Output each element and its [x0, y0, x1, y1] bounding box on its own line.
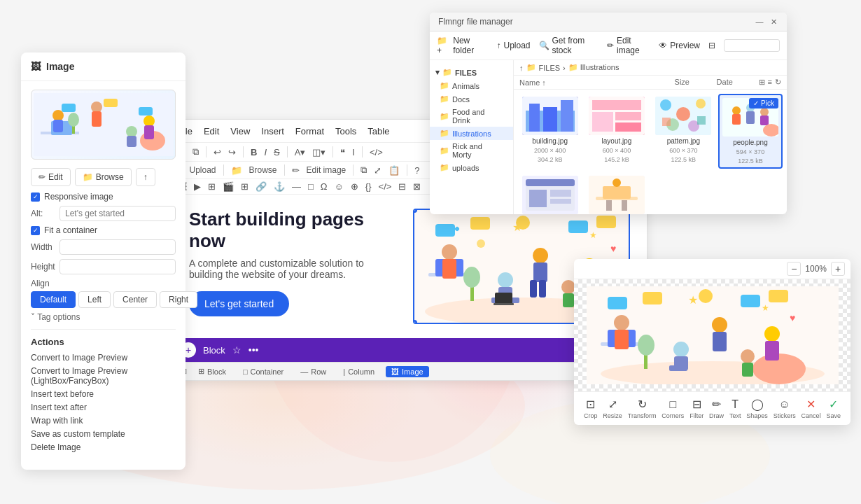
insert-special-icon[interactable]: Ω: [321, 181, 328, 192]
corners-tool[interactable]: □ Corners: [662, 398, 684, 419]
size-column-header[interactable]: Size: [675, 78, 717, 87]
filter-icon[interactable]: ⊟: [708, 41, 715, 50]
redo-icon[interactable]: ↪: [228, 147, 236, 158]
insert-code2-icon[interactable]: </>: [379, 181, 392, 192]
search-input[interactable]: [724, 39, 780, 52]
insert-columns-icon[interactable]: ⊟: [398, 181, 406, 192]
height-input[interactable]: [59, 259, 176, 274]
breadcrumb-image[interactable]: 🖼 Image: [386, 366, 429, 377]
bold-icon[interactable]: B: [251, 147, 257, 158]
favorite-icon[interactable]: ☆: [232, 344, 241, 356]
file-workspace[interactable]: workspace.jpg 2000 × 4000 352.2 kB: [585, 173, 650, 214]
save-tool[interactable]: ✓ Save: [827, 398, 841, 419]
file-web[interactable]: web.png 780 × 640 32.8 kB: [518, 173, 582, 214]
folder-docs[interactable]: 📁 Docs: [430, 92, 513, 106]
alt-input[interactable]: [59, 206, 176, 221]
code-icon[interactable]: I: [352, 147, 355, 158]
up-icon[interactable]: ↑: [519, 64, 524, 72]
menu-tools[interactable]: Tools: [335, 126, 356, 136]
copy2-icon[interactable]: ⧉: [360, 164, 367, 176]
quote-icon[interactable]: ❝: [340, 147, 345, 158]
italic-icon[interactable]: I: [264, 147, 267, 158]
breadcrumb-container[interactable]: □ Container: [237, 366, 289, 377]
undo-icon[interactable]: ↩: [214, 147, 221, 158]
action-convert-lightbox[interactable]: Convert to Image Preview (LightBox/Fancy…: [31, 366, 176, 386]
insert-emoticon-icon[interactable]: ☺: [335, 181, 344, 192]
file-people[interactable]: ✓ Pick people.png 594 × 370 122.5 kB: [718, 94, 783, 169]
close-button[interactable]: ✕: [769, 17, 778, 27]
font-color-icon[interactable]: A▾: [295, 147, 306, 158]
breadcrumb-column[interactable]: | Column: [337, 366, 380, 377]
grid-view-icon[interactable]: ⊞: [759, 78, 765, 87]
edit-image-icon[interactable]: ✏: [292, 165, 300, 176]
browse-button[interactable]: 📁 Browse: [75, 168, 132, 186]
stock-button[interactable]: 🔍 Get from stock: [539, 36, 599, 55]
file-layout[interactable]: layout.jpg 600 × 400 145.2 kB: [584, 94, 648, 169]
action-delete-image[interactable]: Delete Image: [31, 442, 176, 452]
edit-image-button[interactable]: ✏ Edit image: [607, 36, 650, 55]
align-center-button[interactable]: Center: [113, 291, 157, 308]
pick-button[interactable]: ✓ Pick: [749, 98, 778, 108]
upload-button[interactable]: ↑ Upload: [496, 41, 530, 50]
highlight-icon[interactable]: ◫▾: [312, 147, 326, 158]
cancel-tool[interactable]: ✕ Cancel: [802, 398, 821, 419]
preview-button[interactable]: 👁 Preview: [659, 41, 700, 50]
menu-table[interactable]: Table: [368, 126, 389, 136]
breadcrumb-row[interactable]: — Row: [295, 366, 332, 377]
draw-tool[interactable]: ✏ Draw: [709, 398, 724, 419]
text-tool[interactable]: T Text: [729, 398, 741, 419]
insert-char-icon[interactable]: ⊕: [351, 181, 358, 192]
upload-label[interactable]: Upload: [190, 165, 216, 175]
copy-icon[interactable]: ⧉: [192, 146, 199, 158]
align-default-button[interactable]: Default: [31, 291, 76, 308]
action-wrap-link[interactable]: Wrap with link: [31, 416, 176, 426]
insert-media-icon[interactable]: ▶: [194, 181, 201, 192]
filter-tool[interactable]: ⊟ Filter: [690, 398, 704, 419]
menu-edit[interactable]: Edit: [204, 126, 219, 136]
refresh-icon[interactable]: ↻: [775, 78, 781, 87]
breadcrumb-block[interactable]: ⊞ Block: [192, 365, 232, 377]
action-convert-preview[interactable]: Convert to Image Preview: [31, 353, 176, 363]
file-building[interactable]: building.jpg 2000 × 400 304.2 kB: [518, 94, 582, 169]
insert-link-icon[interactable]: 🔗: [255, 181, 267, 192]
insert-anchor-icon[interactable]: ⚓: [274, 181, 285, 192]
insert-grid-icon[interactable]: ⊞: [241, 181, 248, 192]
strikethrough-icon[interactable]: S: [274, 147, 280, 158]
edit-button[interactable]: ✏ Edit: [31, 168, 71, 186]
shapes-tool[interactable]: ◯ Shapes: [746, 398, 768, 419]
date-column-header[interactable]: Date: [717, 78, 759, 87]
transform-icon[interactable]: ⤢: [374, 165, 382, 176]
menu-view[interactable]: View: [230, 126, 250, 136]
transform-tool[interactable]: ↻ Transform: [628, 398, 657, 419]
responsive-checkbox[interactable]: ✓: [31, 192, 40, 202]
stickers-tool[interactable]: ☺ Stickers: [774, 398, 796, 419]
insert-hr-icon[interactable]: —: [292, 181, 301, 192]
folder-food[interactable]: 📁 Food and Drink: [430, 106, 513, 127]
action-insert-after[interactable]: Insert text after: [31, 402, 176, 412]
more-options-icon[interactable]: •••: [248, 344, 259, 356]
insert-layout-icon[interactable]: ⊠: [413, 181, 421, 192]
width-input[interactable]: [59, 239, 176, 255]
minimize-button[interactable]: —: [755, 17, 764, 27]
folder-animals[interactable]: 📁 Animals: [430, 79, 513, 92]
browse-icon-sub[interactable]: 📁: [231, 165, 242, 176]
name-column-header[interactable]: Name ↑: [519, 78, 675, 87]
resize-handle-bl[interactable]: [413, 320, 417, 324]
insert-source-icon[interactable]: {}: [365, 181, 372, 192]
edit-image-label[interactable]: Edit image: [307, 165, 346, 175]
insert-table-icon[interactable]: ⊞: [208, 181, 216, 192]
menu-format[interactable]: Format: [295, 126, 324, 136]
folder-rick[interactable]: 📁 Rick and Morty: [430, 140, 513, 161]
help-icon[interactable]: ?: [414, 165, 419, 176]
insert-video-icon[interactable]: 🎬: [223, 181, 234, 192]
insert-box-icon[interactable]: □: [308, 181, 314, 192]
browse-label[interactable]: Browse: [249, 165, 277, 175]
upload-button[interactable]: ↑: [136, 168, 155, 186]
paste-icon[interactable]: 📋: [388, 165, 400, 176]
root-folder[interactable]: ▾ 📁 FILES: [430, 66, 513, 79]
action-insert-before[interactable]: Insert text before: [31, 389, 176, 399]
align-left-button[interactable]: Left: [78, 291, 111, 308]
file-pattern[interactable]: pattern.jpg 600 × 370 122.5 kB: [652, 94, 715, 169]
zoom-in-button[interactable]: +: [831, 262, 845, 276]
folder-uploads[interactable]: 📁 uploads: [430, 161, 513, 174]
